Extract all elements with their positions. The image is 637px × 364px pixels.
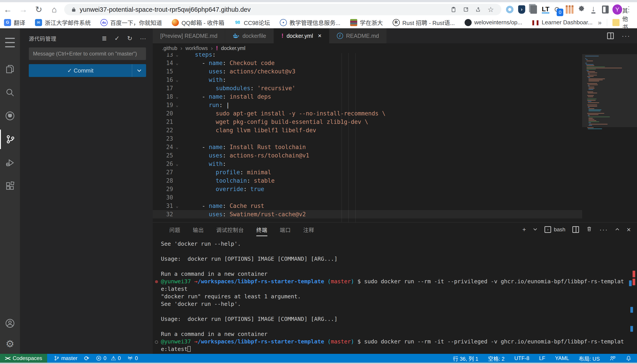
notifications-bell-icon[interactable] xyxy=(625,355,632,361)
extension-circle-icon[interactable] xyxy=(505,5,515,14)
code-editor[interactable]: 13⌄ steps:14⌄ - name: Checkout code15 us… xyxy=(153,53,637,222)
bookmark-item[interactable]: du百度一下，你就知道 xyxy=(101,18,162,26)
bookmark-item[interactable]: G翻译 xyxy=(4,18,25,26)
panel-tab-问题[interactable]: 问题 xyxy=(169,223,180,236)
source-control-icon[interactable] xyxy=(0,130,20,149)
line-number: 13 xyxy=(153,53,173,58)
language-mode[interactable]: YAML xyxy=(555,355,569,361)
extensions-icon[interactable] xyxy=(0,176,20,196)
bookmark-item[interactable]: QQ邮箱 - 收件箱 xyxy=(172,18,224,26)
open-in-new-icon[interactable] xyxy=(460,6,472,12)
panel-tab-输出[interactable]: 输出 xyxy=(193,223,204,236)
address-bar[interactable]: yunwei37-potential-space-trout-rpr5qwj66… xyxy=(64,4,501,15)
tab-docker-yml[interactable]: !docker.yml× xyxy=(274,28,329,43)
code-line: 31⌄ - name: Cache rust xyxy=(153,202,582,210)
kill-terminal-icon[interactable] xyxy=(586,226,592,234)
split-terminal-icon[interactable] xyxy=(572,226,579,233)
sync-indicator[interactable]: ⟳ xyxy=(84,355,89,362)
shell-selector[interactable]: ›bash xyxy=(544,226,565,233)
bookmark-item[interactable]: weloveinterns/op... xyxy=(465,19,522,26)
minimap-line xyxy=(588,81,599,82)
account-icon[interactable] xyxy=(0,314,20,333)
tab-readme-md[interactable]: iREADME.md xyxy=(329,28,387,43)
feedback-icon[interactable] xyxy=(609,355,616,361)
view-as-list-icon[interactable]: ≣ xyxy=(102,35,107,42)
refresh-icon[interactable]: ↻ xyxy=(127,35,132,42)
github-icon[interactable] xyxy=(0,106,20,126)
branch-indicator[interactable]: master xyxy=(54,355,78,361)
panel-tab-调试控制台[interactable]: 调试控制台 xyxy=(216,223,244,236)
more-actions-icon[interactable]: ··· xyxy=(140,35,146,42)
keyboard-layout[interactable]: 布局: US xyxy=(579,354,600,362)
tab--preview-readme-md[interactable]: [Preview] README.md xyxy=(153,28,225,43)
bookmark-item[interactable]: ✉浙江大学邮件系统 xyxy=(35,18,91,26)
home-icon[interactable]: ⌂ xyxy=(47,3,62,16)
bookmark-item[interactable]: 学在浙大 xyxy=(350,18,383,26)
encoding-setting[interactable]: UTF-8 xyxy=(514,355,529,361)
share-icon[interactable] xyxy=(472,6,484,12)
downloads-icon[interactable]: ↓ xyxy=(588,5,598,14)
breadcrumb-item[interactable]: docker.yml xyxy=(221,45,245,51)
bookmark-star-icon[interactable]: ☆ xyxy=(484,5,497,14)
clipboard-icon[interactable] xyxy=(447,6,460,12)
explorer-icon[interactable] xyxy=(0,59,20,79)
maximize-panel-icon[interactable] xyxy=(615,226,619,233)
terminal-line: e:latest xyxy=(155,285,635,293)
languagetool-icon[interactable]: LT xyxy=(541,5,550,14)
editor-more-icon[interactable]: ··· xyxy=(622,32,630,40)
reload-icon[interactable]: ↻ xyxy=(31,3,47,16)
extension-notes-icon[interactable] xyxy=(529,5,538,14)
problems-indicator[interactable]: 0 ⚠ 0 xyxy=(96,355,121,362)
fold-chevron-icon: ⌄ xyxy=(173,161,181,166)
terminal-output[interactable]: See 'docker run --help'.Usage: docker ru… xyxy=(155,236,635,354)
settings-gear-icon[interactable]: ⚙ xyxy=(0,334,20,354)
indent-setting[interactable]: 空格: 2 xyxy=(488,354,505,362)
panel-actions: + ›bash ··· × xyxy=(522,226,637,234)
pens-extension-icon[interactable] xyxy=(565,5,574,14)
remote-indicator[interactable]: >< Codespaces xyxy=(0,354,47,363)
extensions-puzzle-icon[interactable] xyxy=(576,5,586,14)
code-line: 30 xyxy=(153,193,582,202)
bookmark-item[interactable]: 98CC98论坛 xyxy=(234,18,270,26)
sync-extension-icon[interactable]: ⟳0 xyxy=(553,5,562,14)
back-icon[interactable]: ← xyxy=(0,3,16,16)
panel-more-icon[interactable]: ··· xyxy=(599,226,608,233)
terminal-line xyxy=(155,263,635,270)
forward-icon[interactable]: → xyxy=(16,3,31,16)
commit-check-icon[interactable]: ✓ xyxy=(114,35,120,42)
panel-tab-端口[interactable]: 端口 xyxy=(280,223,291,236)
panel-header: 问题输出调试控制台终端端口注释 + ›bash ··· × xyxy=(153,222,637,236)
bookmark-item[interactable]: RRust 招聘 - Rust语... xyxy=(393,18,455,26)
menu-icon[interactable] xyxy=(0,33,20,52)
code-line: 13⌄ steps: xyxy=(153,53,582,59)
tab-dockerfile[interactable]: dockerfile xyxy=(225,28,274,43)
cursor-position[interactable]: 行 36, 列 1 xyxy=(453,354,478,362)
search-icon[interactable] xyxy=(0,83,20,102)
bookmark-item[interactable]: ✦教学管理信息服务... xyxy=(280,18,341,26)
new-terminal-icon[interactable]: + xyxy=(522,226,526,233)
extension-shield-icon[interactable]: › xyxy=(517,5,527,14)
panel-tab-注释[interactable]: 注释 xyxy=(303,223,314,236)
commit-button[interactable]: ✓ Commit xyxy=(29,64,146,77)
code-text: with: xyxy=(181,76,226,83)
breadcrumb-item[interactable]: .github xyxy=(162,45,177,51)
side-panel-icon[interactable] xyxy=(600,5,610,14)
commit-message-input[interactable] xyxy=(29,47,146,60)
minimap-line xyxy=(588,86,590,86)
commit-dropdown[interactable] xyxy=(132,64,146,77)
eol-setting[interactable]: LF xyxy=(539,355,545,361)
close-panel-icon[interactable]: × xyxy=(626,226,631,234)
split-editor-icon[interactable] xyxy=(607,32,614,39)
bookmark-item[interactable]: ❚❚Learner Dashboar... xyxy=(532,19,593,26)
close-tab-icon[interactable]: × xyxy=(318,32,322,39)
minimap[interactable] xyxy=(582,53,637,222)
breadcrumb-item[interactable]: workflows xyxy=(185,45,208,51)
ports-indicator[interactable]: 0 xyxy=(127,355,138,361)
minimap-line xyxy=(587,113,604,114)
run-debug-icon[interactable] xyxy=(0,153,20,172)
command-failed-icon: ⊗ xyxy=(155,278,158,285)
terminal-dropdown-icon[interactable] xyxy=(533,226,537,233)
bookmarks-overflow-icon[interactable]: » xyxy=(598,19,601,26)
panel-tab-终端[interactable]: 终端 xyxy=(256,223,267,236)
breadcrumb[interactable]: .github›workflows›!docker.yml xyxy=(153,43,637,53)
